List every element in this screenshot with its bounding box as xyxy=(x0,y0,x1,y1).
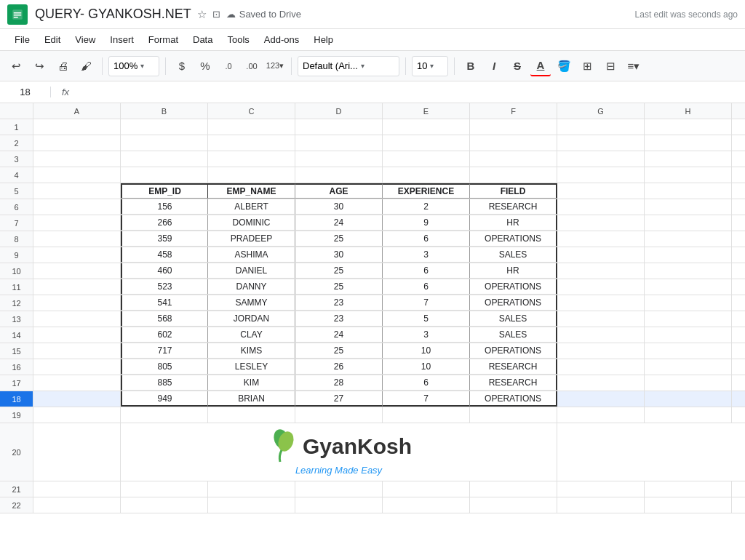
cell-emp-id[interactable]: 156 xyxy=(121,199,208,215)
cell[interactable] xyxy=(557,279,645,295)
menu-format[interactable]: Format xyxy=(141,31,186,48)
cell[interactable] xyxy=(295,119,383,135)
font-size-select[interactable]: 10 ▾ xyxy=(412,56,448,76)
cell[interactable] xyxy=(33,295,121,311)
font-select[interactable]: Default (Ari... ▾ xyxy=(298,56,399,76)
cell[interactable] xyxy=(33,247,121,263)
menu-file[interactable]: File xyxy=(7,31,37,48)
format-123-button[interactable]: 123▾ xyxy=(265,56,285,76)
cell[interactable] xyxy=(470,481,557,497)
cell[interactable] xyxy=(33,375,121,391)
cell[interactable] xyxy=(383,119,470,135)
col-header-e[interactable]: E xyxy=(383,103,470,119)
cell[interactable] xyxy=(121,135,208,151)
cell-emp-name[interactable]: CLAY xyxy=(208,327,295,343)
cell[interactable] xyxy=(557,481,645,497)
cell-experience[interactable]: 7 xyxy=(383,295,470,311)
cell[interactable] xyxy=(557,497,645,513)
cell[interactable] xyxy=(557,135,645,151)
cell-field[interactable]: HR xyxy=(470,263,557,279)
cell[interactable] xyxy=(645,247,732,263)
cell-emp-name[interactable]: LESLEY xyxy=(208,359,295,375)
cell[interactable] xyxy=(645,481,732,497)
cell-emp-name[interactable]: DANNY xyxy=(208,279,295,295)
cell[interactable] xyxy=(557,215,645,231)
align-button[interactable]: ≡▾ xyxy=(624,56,644,76)
cell[interactable] xyxy=(645,263,732,279)
cell[interactable] xyxy=(295,497,383,513)
cell-experience[interactable]: 10 xyxy=(383,343,470,359)
cell[interactable] xyxy=(33,279,121,295)
cell[interactable] xyxy=(33,151,121,167)
paint-format-button[interactable]: 🖌 xyxy=(76,56,96,76)
cell-age[interactable]: 28 xyxy=(295,375,383,391)
cell[interactable] xyxy=(645,231,732,247)
cell-age[interactable]: 23 xyxy=(295,311,383,327)
cell[interactable] xyxy=(33,183,121,199)
cell[interactable] xyxy=(645,279,732,295)
cell-age[interactable]: 27 xyxy=(295,391,383,407)
decimal-decrease-button[interactable]: .0 xyxy=(218,56,239,76)
cell[interactable] xyxy=(33,215,121,231)
cell[interactable] xyxy=(557,375,645,391)
cell-emp-id[interactable]: 568 xyxy=(121,311,208,327)
cell[interactable] xyxy=(557,231,645,247)
cell[interactable] xyxy=(557,391,645,407)
cell[interactable] xyxy=(33,481,121,497)
cell[interactable] xyxy=(33,119,121,135)
cell-age[interactable]: 25 xyxy=(295,279,383,295)
undo-button[interactable]: ↩ xyxy=(6,56,26,76)
cell[interactable] xyxy=(557,359,645,375)
cell-emp-name[interactable]: DANIEL xyxy=(208,263,295,279)
cell-experience[interactable]: 3 xyxy=(383,327,470,343)
cell-emp-name[interactable]: SAMMY xyxy=(208,295,295,311)
cell[interactable] xyxy=(33,199,121,215)
cell[interactable] xyxy=(383,151,470,167)
cell[interactable] xyxy=(557,407,645,423)
cell-field-header[interactable]: FIELD xyxy=(470,183,557,199)
cell[interactable] xyxy=(33,135,121,151)
cell[interactable] xyxy=(470,407,557,423)
cell[interactable] xyxy=(121,407,208,423)
star-icon[interactable]: ☆ xyxy=(197,8,207,21)
cell[interactable] xyxy=(33,423,121,481)
cell-emp-name[interactable]: ALBERT xyxy=(208,199,295,215)
cell-emp-id-header[interactable]: EMP_ID xyxy=(121,183,208,199)
cell[interactable] xyxy=(208,497,295,513)
cell[interactable] xyxy=(383,167,470,183)
cell[interactable] xyxy=(557,327,645,343)
formula-input[interactable] xyxy=(80,87,745,97)
cell-field[interactable]: RESEARCH xyxy=(470,359,557,375)
cell-age[interactable]: 26 xyxy=(295,359,383,375)
cell-emp-name[interactable]: KIM xyxy=(208,375,295,391)
cell[interactable] xyxy=(208,119,295,135)
cell[interactable] xyxy=(645,199,732,215)
cell-experience[interactable]: 2 xyxy=(383,199,470,215)
cell-age[interactable]: 25 xyxy=(295,231,383,247)
cell-age[interactable]: 23 xyxy=(295,295,383,311)
cell[interactable] xyxy=(645,183,732,199)
cell[interactable] xyxy=(645,391,732,407)
cell-emp-id[interactable]: 805 xyxy=(121,359,208,375)
cell-experience[interactable]: 9 xyxy=(383,215,470,231)
cell[interactable] xyxy=(557,343,645,359)
cell[interactable] xyxy=(645,135,732,151)
cell-field[interactable]: OPERATIONS xyxy=(470,391,557,407)
cell[interactable] xyxy=(121,167,208,183)
cell[interactable] xyxy=(383,481,470,497)
cell-age[interactable]: 25 xyxy=(295,343,383,359)
cell[interactable] xyxy=(33,359,121,375)
cell[interactable] xyxy=(470,119,557,135)
cell-emp-name[interactable]: PRADEEP xyxy=(208,231,295,247)
cell[interactable] xyxy=(121,151,208,167)
cell[interactable] xyxy=(33,407,121,423)
zoom-select[interactable]: 100% ▾ xyxy=(108,56,159,76)
menu-data[interactable]: Data xyxy=(186,31,220,48)
cell-field[interactable]: SALES xyxy=(470,311,557,327)
cell[interactable] xyxy=(33,343,121,359)
cell[interactable] xyxy=(295,135,383,151)
cell[interactable] xyxy=(557,247,645,263)
cell-emp-id[interactable]: 458 xyxy=(121,247,208,263)
cell-field[interactable]: OPERATIONS xyxy=(470,295,557,311)
cell-field[interactable]: OPERATIONS xyxy=(470,279,557,295)
